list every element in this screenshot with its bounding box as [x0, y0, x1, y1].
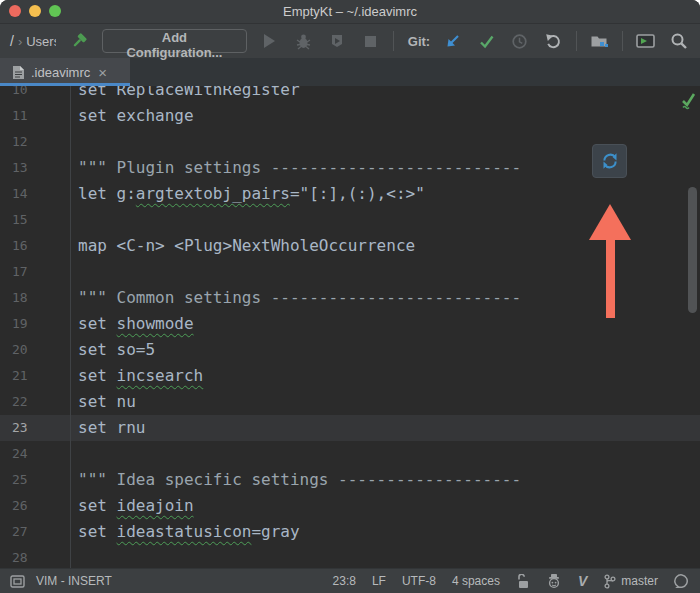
git-update-button[interactable]	[442, 30, 463, 52]
reload-ideavimrc-button[interactable]	[592, 144, 627, 178]
line-code[interactable]: let g:argtextobj_pairs="[:],(:),<:>"	[70, 181, 425, 207]
line-number: 22	[0, 389, 70, 415]
editor-line[interactable]: 28	[0, 545, 700, 568]
line-number: 24	[0, 441, 70, 467]
arrow-head	[589, 204, 631, 240]
breadcrumb-path[interactable]: Users	[26, 34, 56, 49]
main-toolbar: / › Users Add Configuration...	[0, 24, 700, 58]
toggle-toolwindows-button[interactable]	[8, 572, 26, 590]
hector-inspector-icon	[546, 573, 562, 589]
gutter-separator	[70, 86, 71, 568]
line-code[interactable]: """ Idea specific settings -------------…	[70, 467, 521, 493]
file-icon	[12, 65, 25, 80]
line-code[interactable]: map <C-n> <Plug>NextWholeOccurrence	[70, 233, 415, 259]
breadcrumb-root[interactable]: /	[10, 33, 14, 49]
file-writable-widget[interactable]	[516, 574, 530, 589]
line-number: 10	[0, 86, 70, 103]
editor-line[interactable]: 25""" Idea specific settings -----------…	[0, 467, 700, 493]
line-code[interactable]: set incsearch	[70, 363, 203, 389]
editor-line[interactable]: 21set incsearch	[0, 363, 700, 389]
line-code[interactable]: set showmode	[70, 311, 194, 337]
git-history-button[interactable]	[509, 30, 530, 52]
line-number: 11	[0, 103, 70, 129]
build-project-button[interactable]	[68, 30, 89, 52]
checkmark-icon	[478, 33, 495, 50]
line-number: 18	[0, 285, 70, 311]
toolbar-separator	[393, 31, 394, 51]
editor-pane[interactable]: 10set ReplaceWithRegister11set exchange1…	[0, 86, 700, 568]
line-number: 27	[0, 519, 70, 545]
ideavim-icon: V	[578, 573, 587, 589]
line-code[interactable]	[70, 259, 78, 285]
notifications-widget[interactable]	[674, 573, 690, 589]
ideavim-widget[interactable]: V	[578, 573, 587, 589]
line-code[interactable]: set ReplaceWithRegister	[70, 86, 300, 103]
editor-line[interactable]: 24	[0, 441, 700, 467]
line-code[interactable]	[70, 129, 78, 155]
arrow-down-left-icon	[444, 33, 461, 50]
line-number: 15	[0, 207, 70, 233]
search-icon	[670, 32, 688, 50]
line-code[interactable]: set exchange	[70, 103, 194, 129]
line-number: 21	[0, 363, 70, 389]
line-number: 19	[0, 311, 70, 337]
encoding-widget[interactable]: UTF-8	[402, 574, 436, 588]
clock-icon	[511, 33, 528, 50]
unlocked-padlock-icon	[516, 574, 530, 589]
add-configuration-button[interactable]: Add Configuration...	[102, 29, 248, 53]
vertical-scrollbar-thumb[interactable]	[688, 187, 697, 313]
play-icon	[264, 34, 275, 48]
editor-line[interactable]: 26set ideajoin	[0, 493, 700, 519]
debug-button[interactable]	[293, 30, 314, 52]
git-branch-widget[interactable]: master	[603, 574, 658, 589]
line-number: 25	[0, 467, 70, 493]
window-layout-icon	[10, 575, 25, 588]
search-everywhere-button[interactable]	[669, 30, 690, 52]
line-code[interactable]	[70, 207, 78, 233]
line-code[interactable]: set ideastatusicon=gray	[70, 519, 300, 545]
editor-line[interactable]: 23set rnu	[0, 415, 700, 441]
highlighting-level-widget[interactable]	[546, 573, 562, 589]
rollback-button[interactable]	[542, 30, 563, 52]
line-number: 23	[0, 415, 70, 441]
line-number: 16	[0, 233, 70, 259]
caret-position-widget[interactable]: 23:8	[333, 574, 356, 588]
titlebar: EmptyKt – ~/.ideavimrc	[0, 0, 700, 24]
navigation-bar[interactable]: / › Users	[10, 33, 56, 49]
run-anything-button[interactable]	[635, 30, 656, 52]
coverage-icon	[329, 33, 345, 49]
inspection-status-indicator[interactable]	[674, 90, 696, 112]
line-number: 13	[0, 155, 70, 181]
close-icon[interactable]: ×	[98, 65, 107, 80]
tab-ideavimrc[interactable]: .ideavimrc ×	[0, 58, 130, 86]
line-code[interactable]: set so=5	[70, 337, 155, 363]
toolbar-separator	[576, 31, 577, 51]
terminal-icon	[636, 33, 655, 49]
chevron-right-icon: ›	[18, 34, 22, 49]
line-code[interactable]: set rnu	[70, 415, 145, 441]
line-number: 17	[0, 259, 70, 285]
bug-icon	[295, 33, 312, 50]
stop-icon	[365, 36, 376, 47]
line-code[interactable]: """ Plugin settings --------------------…	[70, 155, 521, 181]
editor-line[interactable]: 10set ReplaceWithRegister	[0, 86, 700, 103]
editor-line[interactable]: 27set ideastatusicon=gray	[0, 519, 700, 545]
editor-line[interactable]: 20set so=5	[0, 337, 700, 363]
line-code[interactable]: set ideajoin	[70, 493, 194, 519]
project-structure-button[interactable]	[589, 30, 610, 52]
line-code[interactable]	[70, 441, 78, 467]
stop-button[interactable]	[359, 30, 380, 52]
line-code[interactable]: set nu	[70, 389, 136, 415]
vim-mode-indicator[interactable]: VIM - INSERT	[36, 574, 112, 588]
line-code[interactable]	[70, 545, 78, 568]
line-separator-widget[interactable]: LF	[372, 574, 386, 588]
git-commit-button[interactable]	[476, 30, 497, 52]
toolbar-separator	[622, 31, 623, 51]
run-button[interactable]	[259, 30, 280, 52]
notification-balloon-icon	[674, 573, 690, 589]
editor-line[interactable]: 22set nu	[0, 389, 700, 415]
indent-widget[interactable]: 4 spaces	[452, 574, 500, 588]
run-with-coverage-button[interactable]	[326, 30, 347, 52]
editor-line[interactable]: 11set exchange	[0, 103, 700, 129]
line-code[interactable]: """ Common settings --------------------…	[70, 285, 521, 311]
